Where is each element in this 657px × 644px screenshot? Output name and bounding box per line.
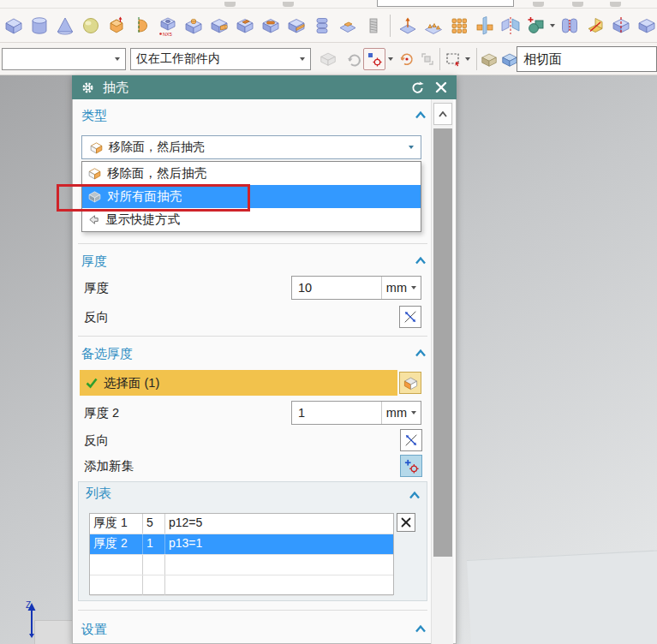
thickness-label: 厚度 <box>84 277 109 299</box>
section-divider <box>78 336 427 337</box>
close-icon[interactable] <box>433 79 450 96</box>
slot-icon[interactable] <box>259 13 282 39</box>
face-rule-field[interactable]: 相切面 <box>517 46 657 72</box>
trim-body-icon[interactable] <box>583 13 606 39</box>
clipped-icon <box>572 2 583 7</box>
table-row-selected[interactable]: 厚度 2 1 p13=1 <box>90 534 393 555</box>
mirror-feature-icon[interactable] <box>473 13 496 39</box>
table-row-empty[interactable] <box>90 575 393 596</box>
row-expression: p12=5 <box>165 514 393 534</box>
extrude-icon[interactable] <box>105 13 128 39</box>
unite-dropdown-caret[interactable] <box>550 24 555 27</box>
shell-type-combobox[interactable]: 移除面，然后抽壳 <box>81 135 421 159</box>
face-select-button[interactable] <box>399 372 421 394</box>
select-face-label: 选择面 (1) <box>104 375 159 391</box>
view-section-icon[interactable] <box>609 13 632 39</box>
collapse-chevron-icon[interactable] <box>414 253 427 267</box>
scroll-up-button[interactable] <box>433 103 452 125</box>
clipped-icon <box>533 2 544 7</box>
thickness-value[interactable]: 10 <box>292 281 381 295</box>
remove-face-cube-icon <box>89 140 104 155</box>
select-face-row[interactable]: 选择面 (1) <box>80 370 397 396</box>
reset-icon[interactable] <box>409 79 426 96</box>
collapse-chevron-icon[interactable] <box>414 346 427 360</box>
dropdown-option-all-faces[interactable]: 对所有面抽壳 <box>82 185 421 208</box>
reverse-direction2-button[interactable] <box>400 429 422 451</box>
stacked-features-icon[interactable] <box>310 13 333 39</box>
clipped-combobox[interactable] <box>377 0 514 7</box>
pattern-feature-icon[interactable] <box>421 13 445 39</box>
select-dropdown-caret[interactable] <box>465 57 470 61</box>
add-new-set-button[interactable] <box>400 455 422 477</box>
selection-type-combobox[interactable] <box>2 48 126 70</box>
offset-surface-icon[interactable] <box>396 13 419 39</box>
thickness-unit-dropdown[interactable]: mm <box>381 277 421 299</box>
mirror-geometry-icon[interactable] <box>499 13 522 39</box>
dialog-titlebar[interactable]: 抽壳 <box>72 75 457 99</box>
snap-point-icon[interactable] <box>363 48 385 70</box>
dialog-title: 抽壳 <box>103 80 402 96</box>
render-style-icon[interactable] <box>478 48 500 70</box>
dialog-scrollbar[interactable] <box>431 99 453 644</box>
point-rotate-icon[interactable] <box>396 48 418 70</box>
shell-type-dropdown: 移除面，然后抽壳 对所有面抽壳 显示快捷方式 <box>81 161 421 232</box>
thread-icon[interactable] <box>361 13 385 39</box>
green-check-icon <box>86 377 98 389</box>
rectangle-select-icon[interactable] <box>442 48 464 70</box>
undo-icon[interactable] <box>343 48 365 70</box>
reverse-direction-label: 反向 <box>84 306 109 328</box>
cylinder-icon[interactable] <box>27 13 51 39</box>
option-label: 移除面，然后抽壳 <box>107 165 206 182</box>
shell-dialog: 抽壳 类型 移除面，然后抽壳 移除面，然后抽壳 对所有面抽 <box>72 75 457 644</box>
dropdown-option-remove-face[interactable]: 移除面，然后抽壳 <box>82 162 421 185</box>
boss-icon[interactable] <box>182 13 205 39</box>
edge-clip-icon[interactable] <box>635 13 657 39</box>
thickness-section-header: 厚度 <box>81 250 107 272</box>
block-icon[interactable] <box>2 13 25 39</box>
table-row[interactable]: 厚度 1 5 p12=5 <box>90 514 393 534</box>
groove-icon[interactable] <box>284 13 308 39</box>
gear-icon[interactable] <box>79 79 96 96</box>
reverse-arrows-icon <box>403 432 419 448</box>
snap-dropdown-caret[interactable] <box>388 57 393 61</box>
assembly-scope-icon[interactable] <box>317 48 339 70</box>
emboss-icon[interactable] <box>336 13 359 39</box>
pad-icon[interactable] <box>207 13 230 39</box>
model-body[interactable] <box>467 550 657 644</box>
reverse-arrows-icon <box>403 309 418 325</box>
selection-filter-toolbar: 仅在工作部件内 相切面 <box>0 43 657 75</box>
dialog-body: 类型 移除面，然后抽壳 移除面，然后抽壳 对所有面抽壳 显 <box>72 99 457 644</box>
remove-set-button[interactable] <box>397 513 415 532</box>
face-rule-value: 相切面 <box>523 51 562 68</box>
scrollbar-thumb[interactable] <box>433 128 452 557</box>
thickness2-value[interactable]: 1 <box>292 406 381 420</box>
reverse-direction-button[interactable] <box>399 306 421 328</box>
z-axis-datum-icon: Z <box>19 596 45 639</box>
reverse-direction2-label: 反向 <box>84 429 109 451</box>
thickness2-input[interactable]: 1 mm <box>291 401 421 425</box>
toolbar-separator <box>439 48 440 70</box>
thickness-input[interactable]: 10 mm <box>291 276 421 300</box>
sphere-icon[interactable] <box>79 13 102 39</box>
pattern-geometry-icon[interactable] <box>447 13 470 39</box>
cone-icon[interactable] <box>53 13 76 39</box>
selection-scope-combobox[interactable]: 仅在工作部件内 <box>130 48 311 70</box>
thickness2-label: 厚度 2 <box>84 402 119 424</box>
unit-label: mm <box>386 281 407 295</box>
collapse-chevron-icon[interactable] <box>408 488 421 502</box>
close-icon <box>401 517 411 528</box>
table-row-empty[interactable] <box>90 555 393 575</box>
move-handles-icon[interactable] <box>416 48 439 70</box>
collapse-chevron-icon[interactable] <box>414 108 427 122</box>
row-value: 5 <box>143 514 165 534</box>
pocket-icon[interactable] <box>233 13 256 39</box>
hole-icon[interactable]: NX5 <box>156 13 179 39</box>
revolve-icon[interactable] <box>130 13 153 39</box>
add-new-set-label: 添加新集 <box>84 455 134 477</box>
thickness2-unit-dropdown[interactable]: mm <box>381 402 421 424</box>
collapse-chevron-icon[interactable] <box>414 622 427 635</box>
unite-boolean-icon[interactable] <box>524 13 547 39</box>
dropdown-option-show-shortcuts[interactable]: 显示快捷方式 <box>82 208 421 231</box>
sew-icon[interactable] <box>558 13 581 39</box>
clipped-icon <box>610 2 621 7</box>
